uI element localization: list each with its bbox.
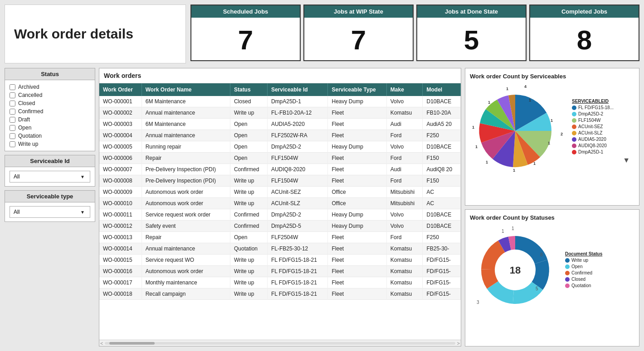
status-checkbox-draft[interactable] (10, 117, 15, 123)
table-row[interactable]: WO-000002Annual maintenanceWrite upFL-FB… (99, 107, 461, 119)
table-wrapper[interactable]: Work OrderWork Order NameStatusServiceab… (99, 83, 461, 340)
cell-3-1: Annual maintenance (141, 130, 230, 141)
status-checkbox-archived[interactable] (10, 84, 15, 90)
cell-1-1: Annual maintenance (141, 107, 230, 119)
serviceable-type-filter-section: Serviceable type All (5, 190, 95, 222)
cell-15-4: Fleet (328, 266, 386, 277)
table-row[interactable]: WO-000017Monthly maintenanceWrite upFL F… (99, 277, 461, 288)
col-serviceable-id: Serviceable Id (267, 83, 328, 96)
cell-10-3: DmpA25D-2 (267, 209, 328, 221)
stat-card-done: Jobs at Done State 5 (416, 5, 527, 61)
status-checkbox-quotation[interactable] (10, 133, 15, 139)
cell-17-4: Fleet (328, 288, 386, 300)
cell-10-5: Volvo (386, 209, 423, 221)
status-checkbox-closed[interactable] (10, 101, 15, 106)
cell-0-5: Volvo (386, 96, 423, 107)
status-label-quotation: Quotation (18, 133, 42, 139)
scroll-right-arrow[interactable]: > (457, 341, 460, 346)
table-row[interactable]: WO-000005Running repairOpenDmpA25D-2Heav… (99, 141, 461, 153)
table-row[interactable]: WO-0000016M MaintenanceClosedDmpA25D-1He… (99, 96, 461, 107)
chart1-legend-header: SERVICEABLEID (572, 99, 634, 104)
cell-1-3: FL-FB10-20A-12 (267, 107, 328, 119)
status-checkbox-writeup[interactable] (10, 141, 15, 147)
table-row[interactable]: WO-000018Recall campaignWrite upFL FD/FG… (99, 288, 461, 300)
chart-statuses: Work order Count by Statuses (465, 209, 639, 347)
cell-4-3: DmpA25D-2 (267, 141, 328, 153)
cell-11-2: Confirmed (230, 221, 267, 232)
legend-dot (565, 271, 570, 275)
legend-dot (572, 131, 576, 135)
cell-2-2: Open (230, 119, 267, 130)
cell-3-0: WO-000004 (99, 130, 141, 141)
cell-9-5: Mitsubishi (386, 198, 423, 209)
table-row[interactable]: WO-000014Annual maintenanceQuotationFL-F… (99, 243, 461, 255)
table-row[interactable]: WO-000016Autonomous work orderWrite upFL… (99, 266, 461, 277)
cell-12-4: Fleet (328, 232, 386, 243)
status-checkbox-open[interactable] (10, 125, 15, 131)
table-row[interactable]: WO-000009Autonomous work orderWrite upAC… (99, 187, 461, 198)
legend-dot (572, 106, 576, 110)
serviceable-type-select-container[interactable]: All (10, 206, 90, 218)
serviceable-id-select[interactable]: All (10, 171, 90, 183)
cell-16-0: WO-000017 (99, 277, 141, 288)
cell-1-5: Komatsu (386, 107, 423, 119)
cell-14-5: Komatsu (386, 255, 423, 266)
table-body: WO-0000016M MaintenanceClosedDmpA25D-1He… (99, 96, 461, 300)
chart-serviceables-content: 1 1 1 1 1 1 1 1 2 4 1 1 (470, 83, 634, 180)
legend-dot (572, 125, 576, 129)
page-title-box: Work order details (5, 5, 186, 63)
cell-14-4: Fleet (328, 255, 386, 266)
donut-label-1b: 1 (512, 226, 514, 231)
status-label-cancelled: Cancelled (18, 92, 42, 98)
cell-16-5: Komatsu (386, 277, 423, 288)
scroll-left-arrow[interactable]: < (100, 341, 103, 346)
table-row[interactable]: WO-000004Annual maintenanceOpenFLF2502W-… (99, 130, 461, 141)
table-row[interactable]: WO-000010Autonomous work orderWrite upAC… (99, 198, 461, 209)
chart2-legend: Write upOpenConfirmedClosedQuotation (565, 258, 634, 288)
table-row[interactable]: WO-000013RepairOpenFLF2504WFleetFordF250 (99, 232, 461, 243)
cell-11-5: Volvo (386, 221, 423, 232)
table-row[interactable]: WO-000012Safety eventConfirmedDmpA25D-5H… (99, 221, 461, 232)
cell-10-0: WO-000011 (99, 209, 141, 221)
table-row[interactable]: WO-000015Service request WOWrite upFL FD… (99, 255, 461, 266)
scrollbar-track[interactable] (105, 342, 455, 345)
pie-label: 1 (529, 98, 531, 102)
legend-item: FLF1504W (572, 118, 634, 123)
legend-item: Closed (565, 277, 634, 282)
table-row[interactable]: WO-0000036M MaintenanceOpenAUDIA5-2020Fl… (99, 119, 461, 130)
cell-7-0: WO-000008 (99, 175, 141, 187)
col-serviceable-type: Serviceable Type (328, 83, 386, 96)
serviceable-type-header: Serviceable type (5, 191, 95, 202)
chart2-legend-header: Document Status (565, 251, 634, 256)
table-row[interactable]: WO-000006RepairOpenFLF1504WFleetFordF150 (99, 153, 461, 164)
status-checkbox-item-writeup: Write up (10, 141, 90, 147)
cell-1-6: FB10-20A (423, 107, 461, 119)
legend-label: Open (571, 264, 582, 269)
legend-label: DmpA25D-2 (578, 111, 603, 116)
cell-5-1: Repair (141, 153, 230, 164)
pie-label: 2 (561, 132, 563, 136)
horizontal-scrollbar[interactable]: < > (99, 340, 461, 346)
cell-2-4: Fleet (328, 119, 386, 130)
serviceable-id-select-container[interactable]: All (10, 171, 90, 183)
legend-item: AUDIA5-2020 (572, 137, 634, 142)
cell-6-3: AUDIQ8-2020 (267, 164, 328, 175)
stat-card-header-completed: Completed Jobs (530, 5, 639, 18)
table-row[interactable]: WO-000011Service request work orderConfi… (99, 209, 461, 221)
cell-0-1: 6M Maintenance (141, 96, 230, 107)
status-filter-section: Status Archived Cancelled Closed Confirm… (5, 68, 95, 151)
chart-serviceables: Work order Count by Serviceables (465, 68, 639, 206)
status-checkbox-cancelled[interactable] (10, 92, 15, 98)
cell-7-5: Ford (386, 175, 423, 187)
serviceable-type-select[interactable]: All (10, 206, 90, 218)
status-checkbox-confirmed[interactable] (10, 109, 15, 115)
table-row[interactable]: WO-000007Pre-Delivery Inspection (PDI)Co… (99, 164, 461, 175)
cell-12-3: FLF2504W (267, 232, 328, 243)
donut-label-8: 8 (540, 252, 543, 257)
work-orders-table-area: Work orders Work OrderWork Order NameSta… (99, 68, 461, 346)
table-row[interactable]: WO-000008Pre-Delivery Inspection (PDI)Wr… (99, 175, 461, 187)
status-label-open: Open (18, 125, 31, 131)
scrollbar-thumb[interactable] (109, 342, 155, 345)
work-orders-table: Work OrderWork Order NameStatusServiceab… (99, 83, 461, 300)
status-checkbox-item-open: Open (10, 125, 90, 131)
